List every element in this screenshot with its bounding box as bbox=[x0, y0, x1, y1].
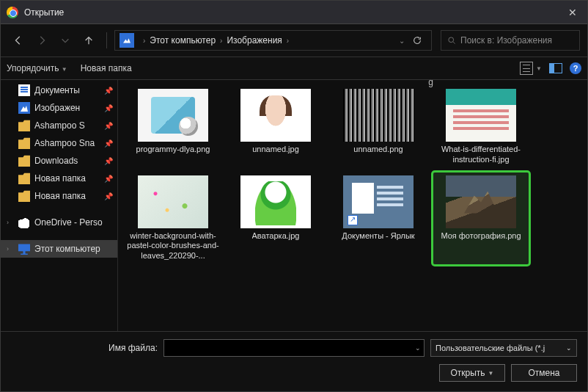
file-tile[interactable]: programmy-dlya.png bbox=[125, 86, 221, 168]
file-thumbnail bbox=[240, 175, 311, 228]
sidebar-item-label: Ashampoo S bbox=[34, 120, 85, 131]
breadcrumb-bar[interactable]: › Этот компьютер › Изображения › ⌄ bbox=[114, 30, 432, 51]
file-label: winter-background-with-pastel-color-brus… bbox=[127, 231, 219, 261]
pc-icon bbox=[18, 243, 30, 255]
file-thumbnail bbox=[343, 175, 414, 228]
cancel-button[interactable]: Отмена bbox=[511, 364, 577, 382]
new-folder-button[interactable]: Новая папка bbox=[81, 63, 132, 73]
view-options-button[interactable] bbox=[520, 62, 533, 75]
filename-input[interactable]: ⌄ bbox=[163, 339, 425, 357]
chevron-down-icon[interactable]: ⌄ bbox=[415, 344, 421, 352]
chevron-right-icon[interactable]: › bbox=[287, 37, 289, 45]
file-tile[interactable]: winter-background-with-pastel-color-brus… bbox=[125, 173, 221, 264]
file-label: Документы - Ярлык bbox=[342, 231, 414, 242]
organize-button[interactable]: Упорядочить ▼ bbox=[7, 63, 67, 73]
doc-icon bbox=[18, 84, 30, 96]
sidebar-item-label: Ashampoo Sna bbox=[34, 138, 95, 148]
pin-icon: 📌 bbox=[104, 175, 113, 183]
filename-label: Имя файла: bbox=[11, 343, 158, 353]
file-thumbnail bbox=[446, 89, 516, 142]
sidebar-item-label: Этот компьютер bbox=[34, 244, 100, 254]
file-grid: g programmy-dlya.pngunnamed.jpgunnamed.p… bbox=[118, 80, 587, 331]
file-label: unnamed.jpg bbox=[252, 145, 299, 155]
stray-char: g bbox=[428, 80, 433, 87]
open-button[interactable]: Открыть▼ bbox=[439, 364, 505, 382]
file-thumbnail bbox=[240, 89, 311, 142]
svg-point-0 bbox=[449, 37, 454, 43]
folder-icon bbox=[18, 155, 30, 167]
search-placeholder: Поиск в: Изображения bbox=[460, 35, 552, 46]
sidebar-item-label: Новая папка bbox=[34, 191, 86, 201]
file-tile[interactable]: Моя фотография.png bbox=[433, 173, 529, 264]
close-button[interactable]: ✕ bbox=[558, 1, 587, 24]
sidebar-item-label: Документы bbox=[34, 85, 80, 95]
cloud-icon bbox=[18, 217, 30, 228]
file-type-filter[interactable]: Пользовательские файлы (*.j ⌄ bbox=[430, 339, 577, 357]
chevron-right-icon[interactable]: › bbox=[7, 219, 9, 226]
file-tile[interactable]: What-is-differentiated-instruction-fi.jp… bbox=[433, 86, 529, 168]
help-button[interactable]: ? bbox=[570, 62, 581, 74]
chevron-down-icon[interactable]: ⌄ bbox=[566, 344, 572, 352]
recent-dropdown[interactable] bbox=[55, 30, 76, 51]
window-title: Открытие bbox=[24, 7, 64, 18]
file-tile[interactable]: Документы - Ярлык bbox=[331, 173, 426, 264]
pin-icon: 📌 bbox=[104, 139, 113, 148]
file-thumbnail bbox=[138, 89, 208, 142]
file-label: programmy-dlya.png bbox=[136, 145, 210, 155]
main-area: Документы📌Изображен📌Ashampoo S📌Ashampoo … bbox=[1, 80, 587, 331]
chevron-down-icon[interactable]: ⌄ bbox=[399, 37, 405, 45]
pin-icon: 📌 bbox=[104, 157, 113, 165]
sidebar-item[interactable]: ›OneDrive - Perso bbox=[1, 214, 117, 231]
file-thumbnail bbox=[446, 175, 516, 228]
file-tile[interactable]: unnamed.jpg bbox=[228, 86, 323, 168]
file-thumbnail bbox=[343, 89, 414, 142]
preview-pane-button[interactable] bbox=[549, 63, 562, 73]
folder-icon bbox=[18, 120, 30, 131]
sidebar-item-label: Новая папка bbox=[34, 173, 86, 184]
shortcut-overlay-icon bbox=[348, 215, 358, 225]
file-label: unnamed.png bbox=[353, 145, 403, 155]
file-label: Моя фотография.png bbox=[441, 231, 521, 242]
sidebar-item[interactable]: Новая папка📌 bbox=[1, 187, 117, 205]
sidebar-item[interactable]: Документы📌 bbox=[1, 81, 117, 99]
breadcrumb-root[interactable]: Этот компьютер bbox=[150, 35, 216, 46]
pin-icon: 📌 bbox=[104, 192, 113, 200]
sidebar-item[interactable]: Ashampoo S📌 bbox=[1, 117, 117, 134]
location-icon bbox=[120, 33, 134, 48]
file-tile[interactable]: unnamed.png bbox=[331, 86, 426, 168]
nav-bar: › Этот компьютер › Изображения › ⌄ Поиск… bbox=[1, 24, 587, 57]
sidebar-item[interactable]: Новая папка📌 bbox=[1, 170, 117, 187]
forward-button[interactable] bbox=[32, 30, 52, 51]
sidebar-item-label: Downloads bbox=[34, 156, 78, 166]
pin-icon: 📌 bbox=[104, 87, 113, 95]
sidebar-item[interactable]: ›Этот компьютер bbox=[1, 240, 117, 258]
refresh-icon[interactable] bbox=[412, 35, 422, 46]
sidebar-item[interactable]: Ashampoo Sna📌 bbox=[1, 134, 117, 152]
title-bar: Открытие ✕ bbox=[1, 1, 587, 24]
file-label: Аватарка.jpg bbox=[252, 231, 300, 242]
toolbar: Упорядочить ▼ Новая папка ▼ ? bbox=[1, 57, 587, 80]
breadcrumb-folder[interactable]: Изображения bbox=[227, 35, 282, 46]
sidebar-item-label: OneDrive - Perso bbox=[34, 217, 103, 228]
sidebar-item[interactable]: Downloads📌 bbox=[1, 152, 117, 170]
chevron-right-icon[interactable]: › bbox=[220, 37, 222, 45]
folder-icon bbox=[18, 190, 30, 202]
search-icon bbox=[447, 36, 456, 45]
chevron-right-icon[interactable]: › bbox=[7, 245, 9, 253]
chevron-right-icon[interactable]: › bbox=[143, 37, 145, 45]
sidebar-item-label: Изображен bbox=[34, 103, 80, 113]
file-thumbnail bbox=[138, 175, 208, 228]
search-input[interactable]: Поиск в: Изображения bbox=[441, 30, 580, 51]
bottom-panel: Имя файла: ⌄ Пользовательские файлы (*.j… bbox=[1, 331, 587, 392]
back-button[interactable] bbox=[8, 30, 29, 51]
folder-icon bbox=[18, 137, 30, 149]
pic-icon bbox=[18, 102, 30, 114]
pin-icon: 📌 bbox=[104, 122, 113, 130]
file-tile[interactable]: Аватарка.jpg bbox=[228, 173, 323, 264]
file-label: What-is-differentiated-instruction-fi.jp… bbox=[435, 145, 527, 165]
up-button[interactable] bbox=[78, 30, 99, 51]
chrome-icon bbox=[7, 7, 18, 18]
sidebar: Документы📌Изображен📌Ashampoo S📌Ashampoo … bbox=[1, 80, 118, 331]
sidebar-item[interactable]: Изображен📌 bbox=[1, 99, 117, 117]
folder-icon bbox=[18, 173, 30, 184]
